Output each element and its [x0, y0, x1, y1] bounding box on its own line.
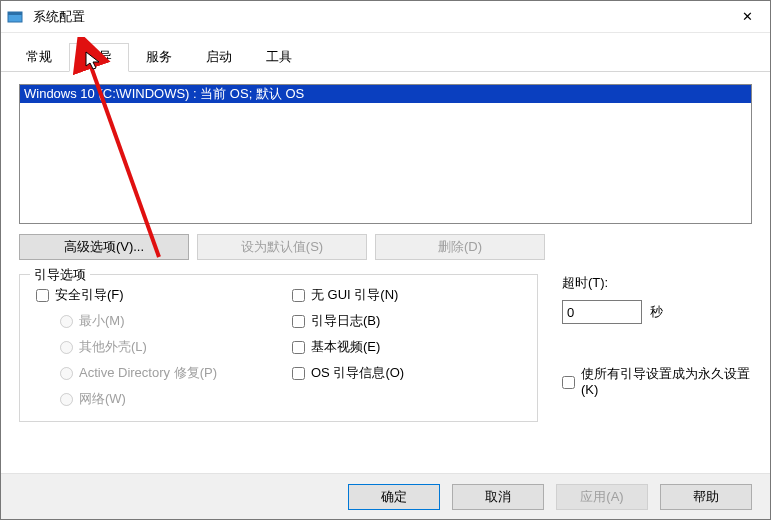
os-boot-info-input[interactable] — [292, 367, 305, 380]
window-title: 系统配置 — [33, 8, 724, 26]
ad-repair-radio: Active Directory 修复(P) — [60, 365, 256, 381]
boot-log-label: 引导日志(B) — [311, 313, 380, 329]
tab-content-boot: Windows 10 (C:\WINDOWS) : 当前 OS; 默认 OS 高… — [1, 72, 770, 434]
dialog-button-bar: 确定 取消 应用(A) 帮助 — [1, 473, 770, 519]
os-list[interactable]: Windows 10 (C:\WINDOWS) : 当前 OS; 默认 OS — [19, 84, 752, 224]
alt-shell-input — [60, 341, 73, 354]
ad-repair-label: Active Directory 修复(P) — [79, 365, 217, 381]
tab-label: 常规 — [26, 49, 52, 64]
boot-log-input[interactable] — [292, 315, 305, 328]
boot-options-left-col: 安全引导(F) 最小(M) 其他外壳(L) Active Direct — [36, 287, 256, 407]
tab-general[interactable]: 常规 — [9, 43, 69, 71]
ad-repair-input — [60, 367, 73, 380]
tab-tools[interactable]: 工具 — [249, 43, 309, 71]
tab-services[interactable]: 服务 — [129, 43, 189, 71]
timeout-row: 秒 — [562, 300, 752, 324]
help-button[interactable]: 帮助 — [660, 484, 752, 510]
network-radio: 网络(W) — [60, 391, 256, 407]
delete-button: 删除(D) — [375, 234, 545, 260]
boot-options-group: 引导选项 安全引导(F) 最小(M) 其他外壳(L) — [19, 274, 538, 422]
minimal-radio: 最小(M) — [60, 313, 256, 329]
tab-strip: 常规 引导 服务 启动 工具 — [1, 33, 770, 72]
tab-startup[interactable]: 启动 — [189, 43, 249, 71]
boot-options-legend: 引导选项 — [30, 266, 90, 284]
os-entry-selected[interactable]: Windows 10 (C:\WINDOWS) : 当前 OS; 默认 OS — [20, 85, 751, 103]
tab-label: 工具 — [266, 49, 292, 64]
base-video-label: 基本视频(E) — [311, 339, 380, 355]
titlebar: 系统配置 ✕ — [1, 1, 770, 33]
boot-options-right-col: 无 GUI 引导(N) 引导日志(B) 基本视频(E) OS 引导信息 — [292, 287, 472, 407]
minimal-input — [60, 315, 73, 328]
app-icon — [7, 9, 23, 25]
safe-boot-input[interactable] — [36, 289, 49, 302]
boot-log-checkbox[interactable]: 引导日志(B) — [292, 313, 472, 329]
timeout-input[interactable] — [562, 300, 642, 324]
apply-button: 应用(A) — [556, 484, 648, 510]
permanent-label: 使所有引导设置成为永久设置(K) — [581, 366, 752, 398]
alt-shell-label: 其他外壳(L) — [79, 339, 147, 355]
no-gui-checkbox[interactable]: 无 GUI 引导(N) — [292, 287, 472, 303]
safe-boot-label: 安全引导(F) — [55, 287, 124, 303]
right-column: 超时(T): 秒 使所有引导设置成为永久设置(K) — [562, 274, 752, 422]
boot-options-columns: 安全引导(F) 最小(M) 其他外壳(L) Active Direct — [36, 287, 521, 407]
advanced-options-button[interactable]: 高级选项(V)... — [19, 234, 189, 260]
permanent-checkbox[interactable]: 使所有引导设置成为永久设置(K) — [562, 366, 752, 398]
cancel-button[interactable]: 取消 — [452, 484, 544, 510]
network-label: 网络(W) — [79, 391, 126, 407]
os-boot-info-checkbox[interactable]: OS 引导信息(O) — [292, 365, 472, 381]
base-video-checkbox[interactable]: 基本视频(E) — [292, 339, 472, 355]
base-video-input[interactable] — [292, 341, 305, 354]
set-default-button: 设为默认值(S) — [197, 234, 367, 260]
close-icon: ✕ — [742, 9, 753, 24]
close-button[interactable]: ✕ — [724, 1, 770, 33]
tab-label: 引导 — [86, 49, 112, 64]
timeout-unit: 秒 — [650, 303, 663, 321]
msconfig-window: 系统配置 ✕ 常规 引导 服务 启动 工具 Windows 10 (C:\WIN… — [0, 0, 771, 520]
no-gui-input[interactable] — [292, 289, 305, 302]
permanent-input[interactable] — [562, 376, 575, 389]
no-gui-label: 无 GUI 引导(N) — [311, 287, 398, 303]
alt-shell-radio: 其他外壳(L) — [60, 339, 256, 355]
tab-label: 服务 — [146, 49, 172, 64]
mid-button-row: 高级选项(V)... 设为默认值(S) 删除(D) — [19, 234, 752, 260]
tab-label: 启动 — [206, 49, 232, 64]
timeout-label: 超时(T): — [562, 274, 752, 292]
ok-button[interactable]: 确定 — [348, 484, 440, 510]
spacer — [562, 332, 752, 358]
minimal-label: 最小(M) — [79, 313, 125, 329]
boot-lower-region: 引导选项 安全引导(F) 最小(M) 其他外壳(L) — [19, 274, 752, 422]
safe-boot-checkbox[interactable]: 安全引导(F) — [36, 287, 256, 303]
tab-boot[interactable]: 引导 — [69, 43, 129, 72]
svg-rect-1 — [8, 12, 22, 15]
os-boot-info-label: OS 引导信息(O) — [311, 365, 404, 381]
network-input — [60, 393, 73, 406]
